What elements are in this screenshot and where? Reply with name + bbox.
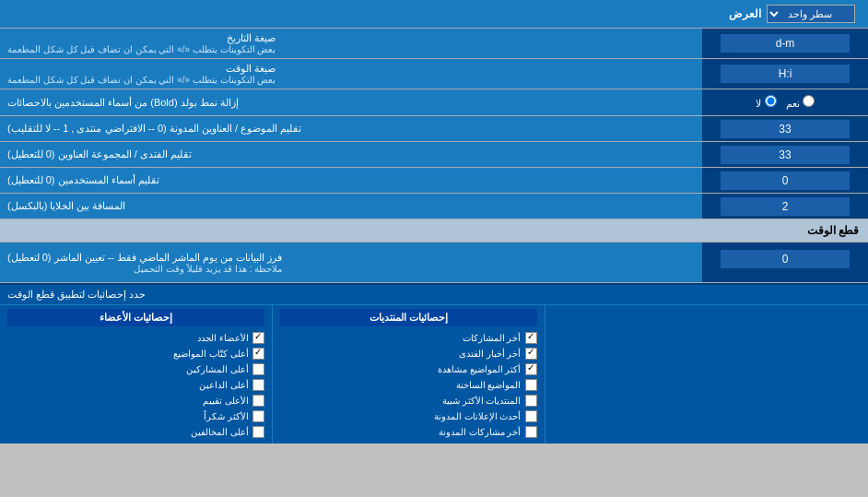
cell-spacing-row: المسافة بين الخلايا (بالبكسل): [0, 194, 868, 219]
stat-members-check-2[interactable]: [252, 363, 264, 375]
bold-label: إزالة نمط بولد (Bold) من أسماء المستخدمي…: [0, 89, 702, 115]
cutoff-section-header: قطع الوقت: [0, 219, 868, 243]
topics-titles-row: تقليم الموضوع / العناوين المدونة (0 -- ا…: [0, 116, 868, 142]
stat-members-item-3[interactable]: أعلى الداعين: [7, 377, 264, 393]
forum-groups-label: تقليم الفتدى / المجموعة العناوين (0 للتع…: [0, 142, 702, 167]
section-title: العرض: [7, 7, 761, 20]
usernames-trim-row: تقليم أسماء المستخدمين (0 للتعطيل): [0, 168, 868, 194]
stat-forums-item-6[interactable]: أخر مشاركات المدونة: [280, 424, 537, 440]
date-format-label: صيغة التاريخ بعض التكوينات يتطلب «/» الت…: [0, 29, 702, 58]
bold-radio-no[interactable]: [765, 95, 777, 107]
usernames-trim-label: تقليم أسماء المستخدمين (0 للتعطيل): [0, 168, 702, 193]
stat-members-check-6[interactable]: [252, 426, 264, 438]
cutoff-input-wrap[interactable]: [702, 243, 868, 282]
stat-forums-check-4[interactable]: [525, 395, 537, 407]
time-format-input[interactable]: [721, 65, 850, 83]
stats-forums-header: إحصائيات المنتديات: [280, 309, 537, 326]
usernames-trim-input[interactable]: [721, 172, 850, 190]
stat-members-check-1[interactable]: [252, 348, 264, 360]
stat-members-item-4[interactable]: الأعلى تقييم: [7, 393, 264, 408]
stat-members-item-0[interactable]: الأعضاء الجدد: [7, 330, 264, 346]
stat-forums-check-5[interactable]: [525, 410, 537, 422]
stats-members-col: إحصائيات الأعضاء الأعضاء الجدد أعلى كتّا…: [0, 305, 272, 444]
stats-grid: إحصائيات المنتديات أخر المشاركات أخر أخب…: [0, 305, 868, 444]
stats-limit-label-row: حدد إحصائيات لتطبيق قطع الوقت: [0, 285, 868, 305]
stat-forums-item-0[interactable]: أخر المشاركات: [280, 330, 537, 346]
stats-empty-col: [545, 305, 869, 444]
stat-forums-check-1[interactable]: [525, 348, 537, 360]
cutoff-label: فرز البيانات من يوم الماشر الماضي فقط --…: [0, 243, 702, 282]
bold-radio-no-label[interactable]: لا: [756, 95, 776, 110]
stats-forums-col: إحصائيات المنتديات أخر المشاركات أخر أخب…: [272, 305, 545, 444]
bold-radio-wrap: نعم لا: [702, 89, 868, 115]
topics-titles-label: تقليم الموضوع / العناوين المدونة (0 -- ا…: [0, 116, 702, 141]
date-format-input[interactable]: [721, 34, 850, 53]
forum-groups-row: تقليم الفتدى / المجموعة العناوين (0 للتع…: [0, 142, 868, 168]
bold-row: نعم لا إزالة نمط بولد (Bold) من أسماء ال…: [0, 89, 868, 116]
forum-groups-input-wrap[interactable]: [702, 142, 868, 167]
topics-titles-input-wrap[interactable]: [702, 116, 868, 141]
bold-radio-yes-label[interactable]: نعم: [786, 95, 815, 110]
bold-radio-yes[interactable]: [803, 95, 815, 107]
stat-forums-item-5[interactable]: أحدث الإعلانات المدونة: [280, 408, 537, 424]
time-format-input-wrap[interactable]: [702, 59, 868, 89]
stat-forums-check-0[interactable]: [525, 332, 537, 344]
stat-forums-item-2[interactable]: أكثر المواضيع مشاهدة: [280, 361, 537, 377]
stat-forums-item-4[interactable]: المنتديات الأكثر شبية: [280, 393, 537, 408]
stat-members-item-2[interactable]: أعلى المشاركين: [7, 361, 264, 377]
date-format-input-wrap[interactable]: [702, 29, 868, 58]
stat-forums-check-3[interactable]: [525, 379, 537, 391]
stat-members-check-0[interactable]: [252, 332, 264, 344]
display-select[interactable]: سطر واحدسطرينثلاثة أسطر: [767, 5, 855, 23]
bold-radio-group: نعم لا: [748, 92, 821, 112]
stats-limit-label: حدد إحصائيات لتطبيق قطع الوقت: [7, 289, 146, 301]
stat-forums-check-6[interactable]: [525, 426, 537, 438]
cutoff-input[interactable]: [721, 250, 850, 268]
stat-members-item-6[interactable]: أعلى المخالفين: [7, 424, 264, 440]
cell-spacing-label: المسافة بين الخلايا (بالبكسل): [0, 194, 702, 219]
stat-members-item-5[interactable]: الأكثر شكراً: [7, 408, 264, 424]
time-format-label: صيغة الوقت بعض التكوينات يتطلب «/» التي …: [0, 59, 702, 89]
stat-members-item-1[interactable]: أعلى كتّاب المواضيع: [7, 346, 264, 361]
topics-titles-input[interactable]: [721, 120, 850, 138]
stat-members-check-3[interactable]: [252, 379, 264, 391]
stat-forums-item-1[interactable]: أخر أخبار الفتدى: [280, 346, 537, 361]
display-select-wrap[interactable]: سطر واحدسطرينثلاثة أسطر: [761, 2, 861, 26]
usernames-trim-input-wrap[interactable]: [702, 168, 868, 193]
forum-groups-input[interactable]: [721, 146, 850, 164]
cutoff-row: فرز البيانات من يوم الماشر الماضي فقط --…: [0, 243, 868, 283]
stat-forums-check-2[interactable]: [525, 363, 537, 375]
date-format-row: صيغة التاريخ بعض التكوينات يتطلب «/» الت…: [0, 29, 868, 59]
stat-members-check-4[interactable]: [252, 395, 264, 407]
stat-members-check-5[interactable]: [252, 410, 264, 422]
stats-section: حدد إحصائيات لتطبيق قطع الوقت إحصائيات ا…: [0, 283, 868, 444]
cell-spacing-input-wrap[interactable]: [702, 194, 868, 219]
stat-forums-item-3[interactable]: المواضيع الساخنة: [280, 377, 537, 393]
cell-spacing-input[interactable]: [721, 197, 850, 216]
time-format-row: صيغة الوقت بعض التكوينات يتطلب «/» التي …: [0, 59, 868, 89]
stats-members-header: إحصائيات الأعضاء: [7, 309, 264, 326]
